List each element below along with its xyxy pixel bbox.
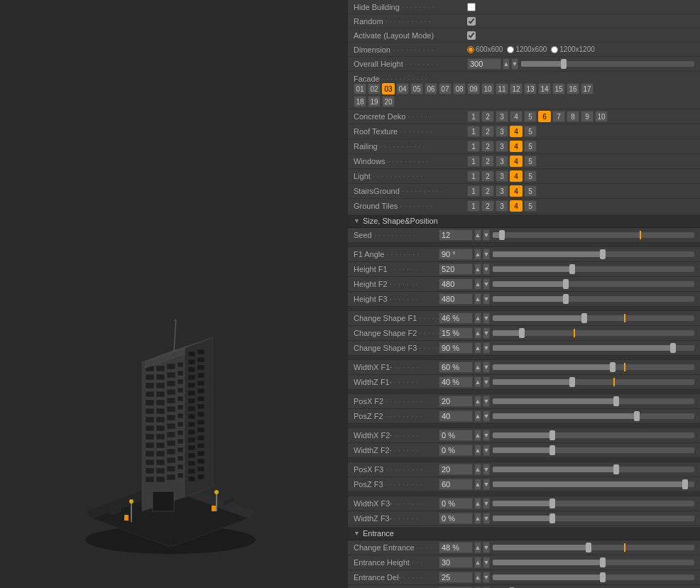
change-shape-f1-value[interactable]: [439, 312, 473, 324]
roof-btn-5[interactable]: 5: [524, 126, 537, 137]
roof-btn-3[interactable]: 3: [496, 126, 508, 137]
railing-btn-5[interactable]: 5: [524, 141, 537, 152]
roof-btn-2[interactable]: 2: [481, 126, 494, 137]
widthz-f3-slider[interactable]: [493, 516, 694, 521]
stairs-btn-3[interactable]: 3: [496, 185, 508, 197]
height-f1-slider[interactable]: [493, 266, 694, 272]
widthz-f2-up[interactable]: ▲: [474, 445, 481, 456]
facade-btn-10[interactable]: 10: [481, 83, 494, 94]
widthz-f1-slider[interactable]: [493, 379, 694, 385]
height-f1-down[interactable]: ▼: [483, 263, 490, 275]
change-shape-f3-value[interactable]: [439, 342, 473, 354]
railing-btn-4[interactable]: 4: [510, 141, 523, 152]
change-shape-f3-up[interactable]: ▲: [474, 342, 481, 354]
f1-angle-up[interactable]: ▲: [474, 249, 481, 260]
posx-f3-value[interactable]: [439, 464, 473, 475]
widthx-f2-value[interactable]: [439, 430, 473, 441]
posx-f3-down[interactable]: ▼: [483, 464, 490, 475]
ground-btn-1[interactable]: 1: [467, 200, 480, 212]
facade-btn-19[interactable]: 19: [368, 96, 381, 107]
concrete-btn-10[interactable]: 10: [595, 111, 608, 122]
railing-btn-2[interactable]: 2: [481, 141, 494, 152]
overall-height-up[interactable]: ▲: [503, 58, 510, 70]
widthx-f1-down[interactable]: ▼: [483, 361, 490, 373]
facade-btn-11[interactable]: 11: [496, 83, 508, 94]
height-f3-value[interactable]: [439, 293, 473, 305]
ground-btn-2[interactable]: 2: [481, 200, 494, 212]
posz-f2-value[interactable]: [439, 410, 473, 422]
facade-btn-16[interactable]: 16: [567, 83, 579, 94]
height-f3-up[interactable]: ▲: [474, 293, 481, 305]
ground-btn-3[interactable]: 3: [496, 200, 508, 212]
concrete-btn-7[interactable]: 7: [552, 111, 565, 122]
change-entrance-up[interactable]: ▲: [474, 542, 481, 553]
posx-f2-up[interactable]: ▲: [474, 396, 481, 407]
light-btn-1[interactable]: 1: [467, 170, 480, 182]
ground-btn-5[interactable]: 5: [524, 200, 537, 212]
widthx-f1-slider[interactable]: [493, 364, 694, 370]
height-f1-up[interactable]: ▲: [474, 263, 481, 275]
f1-angle-slider[interactable]: [493, 251, 694, 257]
light-btn-5[interactable]: 5: [524, 170, 537, 182]
concrete-btn-9[interactable]: 9: [581, 111, 594, 122]
concrete-btn-5[interactable]: 5: [524, 111, 537, 122]
concrete-btn-1[interactable]: 1: [467, 111, 480, 122]
facade-btn-06[interactable]: 06: [425, 83, 437, 94]
change-shape-f2-value[interactable]: [439, 327, 473, 339]
height-f2-up[interactable]: ▲: [474, 278, 481, 290]
windows-btn-5[interactable]: 5: [524, 156, 537, 167]
ground-btn-4[interactable]: 4: [510, 200, 523, 212]
light-btn-2[interactable]: 2: [481, 170, 494, 182]
widthz-f2-down[interactable]: ▼: [483, 445, 490, 456]
overall-height-value[interactable]: [467, 58, 501, 70]
facade-btn-14[interactable]: 14: [538, 83, 551, 94]
random-checkbox[interactable]: [467, 17, 476, 26]
seed-slider[interactable]: [493, 232, 694, 238]
posz-f2-up[interactable]: ▲: [474, 410, 481, 422]
change-shape-f1-down[interactable]: ▼: [483, 312, 490, 324]
facade-btn-12[interactable]: 12: [510, 83, 523, 94]
light-btn-3[interactable]: 3: [496, 170, 508, 182]
overall-height-down[interactable]: ▼: [511, 58, 518, 70]
dim-600x600[interactable]: 600x600: [467, 45, 503, 53]
roof-btn-4[interactable]: 4: [510, 126, 523, 137]
change-entrance-slider[interactable]: [493, 545, 694, 550]
facade-btn-05[interactable]: 05: [410, 83, 423, 94]
change-shape-f3-down[interactable]: ▼: [483, 342, 490, 354]
windows-btn-2[interactable]: 2: [481, 156, 494, 167]
posx-f2-value[interactable]: [439, 396, 473, 407]
posz-f2-down[interactable]: ▼: [483, 410, 490, 422]
seed-value[interactable]: [439, 229, 473, 241]
dim-1200x600[interactable]: 1200x600: [507, 45, 547, 53]
change-entrance-value[interactable]: [439, 542, 473, 553]
windows-btn-1[interactable]: 1: [467, 156, 480, 167]
stairs-btn-1[interactable]: 1: [467, 185, 480, 197]
entrance-height-down[interactable]: ▼: [483, 557, 490, 568]
posz-f3-up[interactable]: ▲: [474, 479, 481, 490]
posx-f2-slider[interactable]: [493, 398, 694, 404]
entrance-height-value[interactable]: [439, 557, 473, 568]
facade-btn-03[interactable]: 03: [382, 83, 395, 94]
height-f2-value[interactable]: [439, 278, 473, 290]
facade-btn-02[interactable]: 02: [368, 83, 381, 94]
change-shape-f3-slider[interactable]: [493, 345, 694, 351]
concrete-btn-4[interactable]: 4: [510, 111, 523, 122]
facade-btn-04[interactable]: 04: [396, 83, 409, 94]
posx-f2-down[interactable]: ▼: [483, 396, 490, 407]
concrete-btn-6[interactable]: 6: [538, 111, 551, 122]
posz-f3-down[interactable]: ▼: [483, 479, 490, 490]
widthx-f1-up[interactable]: ▲: [474, 361, 481, 373]
overall-height-slider[interactable]: [521, 61, 694, 67]
concrete-btn-3[interactable]: 3: [496, 111, 508, 122]
posz-f3-value[interactable]: [439, 479, 473, 490]
seed-down[interactable]: ▼: [483, 229, 490, 241]
windows-btn-4[interactable]: 4: [510, 156, 523, 167]
entrance-height-up[interactable]: ▲: [474, 557, 481, 568]
concrete-btn-8[interactable]: 8: [567, 111, 579, 122]
roof-btn-1[interactable]: 1: [467, 126, 480, 137]
windows-btn-3[interactable]: 3: [496, 156, 508, 167]
change-shape-f1-slider[interactable]: [493, 315, 694, 321]
widthz-f1-value[interactable]: [439, 376, 473, 388]
entrance-del-down[interactable]: ▼: [483, 572, 490, 583]
widthx-f3-value[interactable]: [439, 498, 473, 509]
